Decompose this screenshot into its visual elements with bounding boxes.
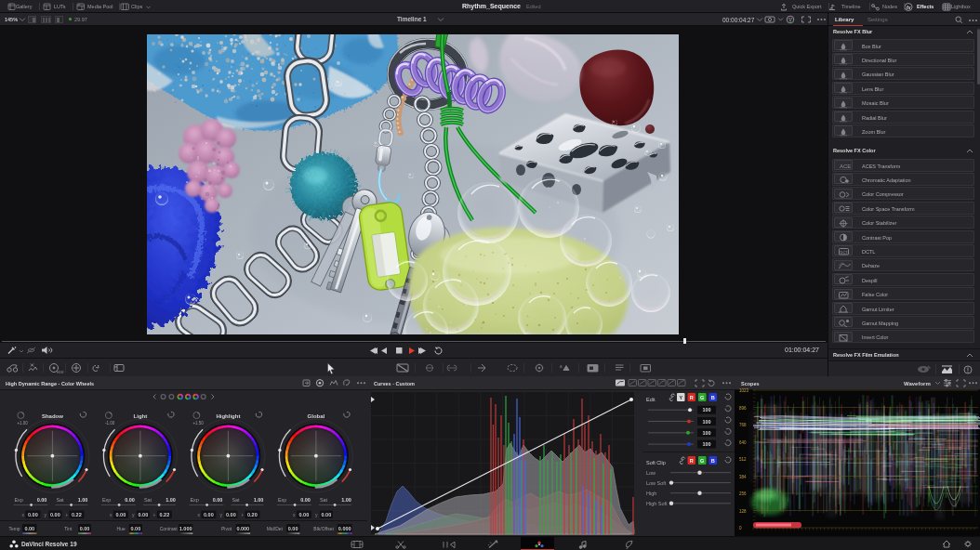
svg-text:0.22: 0.22: [72, 512, 82, 517]
svg-text:+1.00: +1.00: [17, 421, 28, 426]
svg-text:Sat: Sat: [232, 497, 240, 503]
svg-text:High: High: [646, 491, 656, 496]
svg-text:Contrast: Contrast: [160, 526, 179, 531]
svg-text:-1.00: -1.00: [105, 421, 115, 426]
svg-text:+1.50: +1.50: [192, 421, 204, 426]
svg-text:Curves - Custom: Curves - Custom: [374, 381, 415, 386]
svg-text:Edit: Edit: [646, 397, 656, 402]
svg-text:B: B: [711, 395, 715, 400]
svg-text:Low Soft: Low Soft: [646, 480, 667, 486]
svg-text:0.00: 0.00: [116, 512, 126, 517]
svg-text:Waveform: Waveform: [904, 381, 931, 386]
svg-text:Exp: Exp: [190, 497, 198, 503]
svg-text:a: a: [560, 364, 563, 369]
svg-text:0.00: 0.00: [28, 512, 38, 517]
svg-text:1.00: 1.00: [254, 497, 264, 503]
svg-text:Exp: Exp: [278, 497, 286, 503]
svg-text:1.00: 1.00: [341, 497, 351, 503]
svg-text:Highlight: Highlight: [216, 413, 240, 419]
svg-text:B: B: [711, 458, 715, 464]
svg-text:0.00: 0.00: [50, 512, 60, 517]
svg-text:Global: Global: [308, 413, 325, 419]
svg-text:Exp: Exp: [14, 497, 22, 503]
svg-text:Blk/Offset: Blk/Offset: [313, 526, 334, 531]
svg-text:G: G: [700, 458, 704, 464]
svg-text:High Dynamic Range - Color Whe: High Dynamic Range - Color Wheels: [6, 381, 94, 386]
svg-text:0.00: 0.00: [322, 512, 332, 517]
svg-text:Mid/Det: Mid/Det: [267, 526, 284, 531]
svg-text:⊦: ⊦: [153, 512, 156, 517]
svg-text:DCTL: DCTL: [840, 250, 850, 255]
svg-text:Light: Light: [134, 413, 148, 419]
svg-text:⊦: ⊦: [65, 512, 68, 517]
svg-text:HDR: HDR: [57, 371, 64, 374]
svg-text:R: R: [690, 458, 694, 464]
svg-text:0.22: 0.22: [160, 512, 170, 517]
svg-text:0.00: 0.00: [24, 526, 34, 531]
svg-text:0.000: 0.000: [338, 526, 351, 531]
svg-text:768: 768: [739, 423, 747, 427]
svg-text:0.00: 0.00: [130, 526, 140, 531]
svg-text:Sat: Sat: [320, 497, 328, 503]
svg-text:384: 384: [739, 475, 747, 479]
svg-text:Sat: Sat: [144, 497, 152, 503]
svg-text:0.20: 0.20: [247, 512, 258, 517]
svg-text:128: 128: [739, 509, 747, 514]
svg-text:100: 100: [702, 419, 710, 425]
svg-text:Sat: Sat: [56, 497, 64, 503]
svg-text:Hue: Hue: [117, 526, 126, 531]
svg-text:Low: Low: [646, 470, 656, 476]
svg-text:Tint: Tint: [64, 526, 73, 531]
svg-text:0.00: 0.00: [299, 512, 310, 517]
svg-text:0.00: 0.00: [226, 512, 236, 517]
svg-text:0.00: 0.00: [37, 497, 47, 503]
svg-text:1.000: 1.000: [179, 526, 192, 531]
svg-text:640: 640: [739, 440, 747, 445]
svg-text:Y: Y: [679, 395, 682, 400]
svg-text:0.00: 0.00: [300, 497, 311, 503]
svg-text:Temp: Temp: [8, 526, 20, 531]
svg-text:0.00: 0.00: [288, 526, 298, 531]
svg-text:100: 100: [702, 441, 710, 447]
svg-text:⊦: ⊦: [241, 512, 244, 517]
svg-text:R: R: [690, 395, 694, 400]
svg-text:0.00: 0.00: [204, 512, 214, 517]
svg-text:G: G: [700, 395, 704, 400]
svg-text:896: 896: [739, 406, 747, 411]
svg-text:Pivot: Pivot: [221, 526, 232, 531]
svg-text:0.00: 0.00: [139, 512, 149, 517]
svg-text:Scopes: Scopes: [741, 381, 760, 386]
svg-text:Soft Clip: Soft Clip: [646, 460, 666, 465]
svg-text:1.00: 1.00: [78, 497, 88, 503]
svg-text:ACES: ACES: [840, 164, 851, 169]
svg-text:100: 100: [702, 407, 710, 412]
svg-text:0.00: 0.00: [80, 526, 90, 531]
svg-text:0.00: 0.00: [125, 497, 135, 503]
svg-text:0.000: 0.000: [236, 526, 249, 531]
svg-text:1023: 1023: [739, 388, 749, 393]
svg-text:512: 512: [739, 457, 747, 462]
svg-text:0.00: 0.00: [213, 497, 223, 503]
svg-text:Shadow: Shadow: [42, 413, 63, 419]
svg-text:256: 256: [739, 491, 747, 496]
svg-text:High Soft: High Soft: [646, 501, 668, 506]
svg-text:100: 100: [702, 430, 710, 436]
svg-text:Exp: Exp: [102, 497, 111, 503]
svg-text:1.00: 1.00: [166, 497, 176, 503]
